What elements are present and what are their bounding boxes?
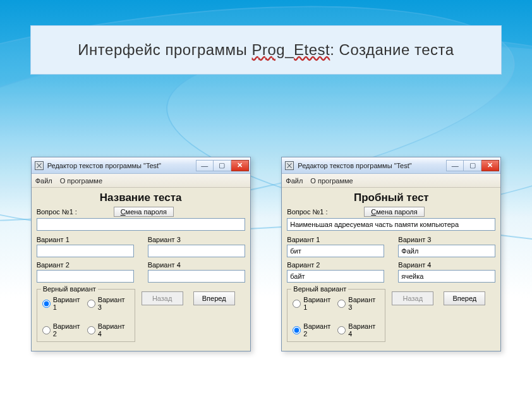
app-icon bbox=[35, 161, 44, 170]
correct-variant-legend: Верный вариант bbox=[291, 285, 348, 293]
editor-window-filled: Редактор текстов программы "Test" — ▢ ✕ … bbox=[281, 157, 501, 351]
variant1-input[interactable] bbox=[287, 245, 384, 257]
test-title: Пробный тест bbox=[287, 192, 495, 204]
variant3-label: Вариант 3 bbox=[148, 236, 245, 243]
variant1-label: Вариант 1 bbox=[37, 236, 134, 243]
variant2-label: Вариант 2 bbox=[287, 261, 384, 269]
variant3-input[interactable] bbox=[148, 245, 245, 257]
test-title: Название теста bbox=[37, 192, 245, 204]
variant3-input[interactable] bbox=[398, 245, 495, 257]
app-icon bbox=[285, 161, 294, 170]
menubar: Файл О программе bbox=[32, 174, 250, 188]
question-number-label: Вопрос №1 : bbox=[37, 208, 100, 216]
minimize-button[interactable]: — bbox=[446, 160, 464, 171]
menubar: Файл О программе bbox=[282, 174, 500, 188]
radio-variant2[interactable]: Вариант 2 bbox=[293, 322, 335, 338]
forward-button[interactable]: Вперед bbox=[444, 291, 485, 305]
maximize-icon: ▢ bbox=[469, 161, 476, 169]
variant2-label: Вариант 2 bbox=[37, 261, 134, 269]
back-button[interactable]: Назад bbox=[392, 291, 433, 305]
variant1-label: Вариант 1 bbox=[287, 236, 384, 243]
menu-about[interactable]: О программе bbox=[60, 177, 102, 185]
change-password-button[interactable]: Смена пароля bbox=[114, 207, 174, 217]
radio-variant1[interactable]: Вариант 1 bbox=[293, 296, 335, 311]
question-input[interactable] bbox=[37, 218, 245, 231]
maximize-button[interactable]: ▢ bbox=[214, 160, 231, 171]
maximize-icon: ▢ bbox=[219, 161, 225, 169]
change-password-button[interactable]: Смена пароля bbox=[364, 207, 424, 217]
slide-title-suffix: : Создание теста bbox=[330, 41, 454, 58]
slide-title-prefix: Интерфейс программы bbox=[78, 41, 251, 58]
close-button[interactable]: ✕ bbox=[231, 160, 249, 171]
radio-variant3[interactable]: Вариант 3 bbox=[337, 296, 380, 311]
radio-variant4[interactable]: Вариант 4 bbox=[87, 322, 130, 338]
question-number-label: Вопрос №1 : bbox=[287, 208, 350, 216]
close-icon: ✕ bbox=[237, 161, 243, 169]
slide-title: Интерфейс программы Prog_Etest: Создание… bbox=[78, 41, 454, 59]
radio-variant3[interactable]: Вариант 3 bbox=[87, 296, 130, 311]
menu-about[interactable]: О программе bbox=[310, 177, 353, 185]
menu-file[interactable]: Файл bbox=[286, 177, 303, 185]
close-icon: ✕ bbox=[487, 161, 493, 169]
variant3-label: Вариант 3 bbox=[398, 236, 495, 243]
variant2-input[interactable] bbox=[287, 270, 384, 283]
menu-file[interactable]: Файл bbox=[35, 177, 52, 185]
question-input[interactable] bbox=[287, 218, 495, 231]
close-button[interactable]: ✕ bbox=[481, 160, 499, 171]
back-button[interactable]: Назад bbox=[142, 291, 183, 305]
radio-variant2[interactable]: Вариант 2 bbox=[42, 322, 85, 338]
editor-window-blank: Редактор текстов программы "Test" — ▢ ✕ … bbox=[31, 157, 251, 351]
variant1-input[interactable] bbox=[37, 245, 134, 257]
variant4-input[interactable] bbox=[398, 270, 495, 283]
maximize-button[interactable]: ▢ bbox=[464, 160, 481, 171]
minimize-button[interactable]: — bbox=[196, 160, 214, 171]
window-title: Редактор текстов программы "Test" bbox=[47, 162, 192, 169]
titlebar[interactable]: Редактор текстов программы "Test" — ▢ ✕ bbox=[282, 157, 500, 174]
minimize-icon: — bbox=[201, 162, 208, 169]
radio-variant1[interactable]: Вариант 1 bbox=[42, 296, 85, 311]
slide-title-sep: _ bbox=[285, 41, 294, 58]
slide-title-box: Интерфейс программы Prog_Etest: Создание… bbox=[30, 25, 502, 75]
slide-title-app2: Etest bbox=[294, 41, 330, 58]
variant4-input[interactable] bbox=[148, 270, 245, 283]
correct-variant-legend: Верный вариант bbox=[41, 285, 98, 293]
titlebar[interactable]: Редактор текстов программы "Test" — ▢ ✕ bbox=[32, 157, 250, 174]
forward-button[interactable]: Вперед bbox=[193, 291, 235, 305]
radio-variant4[interactable]: Вариант 4 bbox=[337, 322, 380, 338]
variant4-label: Вариант 4 bbox=[148, 261, 245, 269]
correct-variant-group: Верный вариант Вариант 1 Вариант 3 Вариа… bbox=[37, 289, 135, 342]
window-title: Редактор текстов программы "Test" bbox=[298, 162, 442, 169]
variant4-label: Вариант 4 bbox=[398, 261, 495, 269]
correct-variant-group: Верный вариант Вариант 1 Вариант 3 Вариа… bbox=[287, 289, 385, 342]
minimize-icon: — bbox=[452, 162, 459, 169]
slide-title-app1: Prog bbox=[252, 41, 286, 58]
variant2-input[interactable] bbox=[37, 270, 134, 283]
